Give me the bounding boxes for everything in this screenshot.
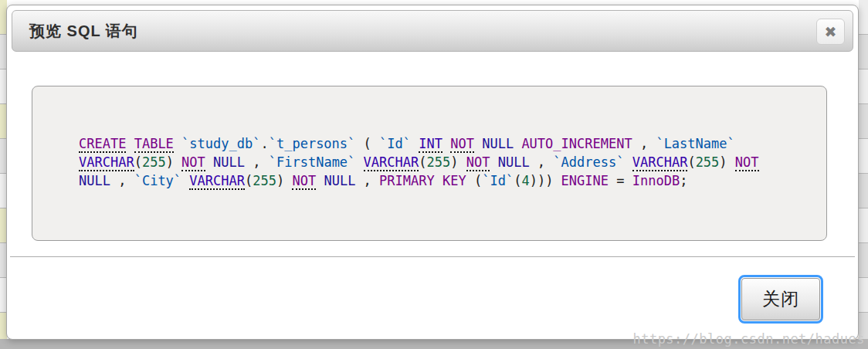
sql-token: `FirstName`	[269, 154, 356, 170]
sql-token	[624, 154, 632, 170]
sql-token: )	[166, 154, 181, 170]
sql-token: (	[355, 136, 379, 151]
sql-doc-link[interactable]: NOT	[450, 136, 474, 153]
sql-doc-link[interactable]: VARCHAR	[189, 173, 245, 190]
sql-token: NULL	[498, 154, 530, 170]
sql-token: .	[260, 136, 268, 151]
sql-token	[126, 136, 134, 151]
sql-token	[205, 154, 213, 170]
sql-token: ;	[680, 173, 687, 188]
sql-code-line: CREATE TABLE `study_db`.`t_persons` ( `I…	[79, 134, 795, 153]
sql-token: `study_db`	[181, 136, 260, 151]
sql-doc-link[interactable]: NOT	[292, 173, 316, 190]
sql-doc-link[interactable]: VARCHAR	[364, 154, 419, 171]
sql-token: (	[134, 154, 142, 170]
sql-token: NULL	[324, 173, 355, 188]
sql-token: ,	[355, 173, 379, 188]
sql-token: ,	[245, 154, 269, 170]
sql-preview-dialog: 预览 SQL 语句 ✖ CREATE TABLE `study_db`.`t_p…	[6, 5, 859, 340]
sql-token: NULL	[482, 136, 514, 151]
sql-token: KEY	[442, 173, 466, 188]
sql-token	[474, 136, 482, 151]
sql-token	[181, 173, 189, 188]
background-table-rows-right	[859, 0, 868, 340]
sql-token: NULL	[79, 173, 110, 188]
sql-token	[490, 154, 497, 170]
sql-token: ,	[530, 154, 554, 170]
sql-token: =	[609, 173, 632, 188]
buttonpane-separator	[10, 256, 855, 257]
sql-token: (	[419, 154, 426, 170]
sql-token: AUTO_INCREMENT	[521, 136, 632, 151]
sql-token: `t_persons`	[269, 136, 356, 151]
sql-token: (	[466, 173, 482, 188]
sql-token: PRIMARY	[379, 173, 435, 188]
sql-code-line: NULL , `City` VARCHAR(255) NOT NULL , PR…	[79, 171, 795, 190]
sql-token: )	[719, 154, 734, 170]
sql-code-line: VARCHAR(255) NOT NULL , `FirstName` VARC…	[79, 153, 795, 171]
sql-doc-link[interactable]: NOT	[735, 154, 759, 171]
sql-token: 255	[696, 154, 720, 170]
sql-token: )))	[530, 173, 561, 188]
sql-token	[355, 154, 363, 170]
dialog-titlebar[interactable]: 预览 SQL 语句 ✖	[12, 10, 853, 52]
sql-token	[435, 173, 442, 188]
sql-token	[514, 136, 521, 151]
sql-token: `Address`	[553, 154, 624, 170]
sql-doc-link[interactable]: NOT	[181, 154, 205, 171]
sql-token: (	[245, 173, 253, 188]
close-x-icon: ✖	[825, 25, 837, 39]
sql-token: InnoDB	[632, 173, 680, 188]
sql-token: `Id`	[379, 136, 411, 151]
sql-token: NULL	[213, 154, 245, 170]
sql-doc-link[interactable]: INT	[419, 136, 442, 153]
sql-token: 255	[142, 154, 166, 170]
sql-code: CREATE TABLE `study_db`.`t_persons` ( `I…	[79, 134, 795, 190]
sql-token: )	[276, 173, 292, 188]
sql-doc-link[interactable]: VARCHAR	[79, 154, 134, 171]
sql-token: 255	[253, 173, 276, 188]
close-dialog-button-label: 关闭	[741, 278, 820, 320]
sql-doc-link[interactable]: NOT	[466, 154, 490, 171]
sql-token: ,	[632, 136, 656, 151]
csdn-watermark: https://blog.csdn.net/hadues	[632, 331, 865, 347]
sql-doc-link[interactable]: VARCHAR	[632, 154, 688, 171]
sql-token: )	[450, 154, 466, 170]
sql-token: (	[514, 173, 521, 188]
sql-doc-link[interactable]: TABLE	[134, 136, 174, 153]
sql-token	[316, 173, 324, 188]
dialog-close-button[interactable]: ✖	[816, 19, 845, 45]
sql-token: 4	[521, 173, 529, 188]
dialog-title: 预览 SQL 语句	[29, 11, 138, 51]
close-dialog-button[interactable]: 关闭	[738, 275, 823, 324]
sql-doc-link[interactable]: CREATE	[79, 136, 126, 153]
sql-token: 255	[427, 154, 451, 170]
sql-token	[411, 136, 419, 151]
sql-token: `City`	[134, 173, 181, 188]
sql-token: ,	[110, 173, 134, 188]
sql-token: (	[687, 154, 695, 170]
sql-token	[442, 136, 450, 151]
sql-token: `LastName`	[656, 136, 734, 151]
sql-code-box: CREATE TABLE `study_db`.`t_persons` ( `I…	[32, 86, 827, 241]
sql-token: `Id`	[482, 173, 514, 188]
sql-token	[174, 136, 181, 151]
sql-token: ENGINE	[561, 173, 609, 188]
